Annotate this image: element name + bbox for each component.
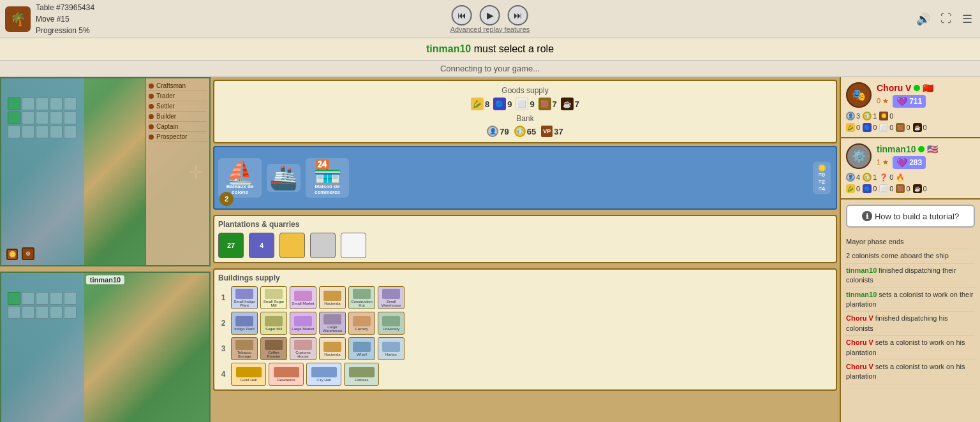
building-label: Small Sugar Mill	[262, 300, 286, 307]
doubloon-val-choru: 1	[873, 112, 877, 120]
log-entry-5: Choru V sets a colonist to work on his p…	[846, 336, 975, 360]
colonist-icon: 👤	[487, 126, 498, 137]
flag-tinman: 🇺🇸	[927, 144, 938, 154]
board-cell	[22, 98, 34, 110]
building-label: Residence	[277, 378, 295, 382]
goods-supply: Goods supply 🌽 8 🔵 9 ⬜ 9 🟫	[219, 86, 831, 110]
res-doubloon-choru: 💎 1	[863, 112, 877, 120]
tutorial-button[interactable]: ℹ How to build a tutorial?	[846, 205, 975, 228]
replay-forward-button[interactable]: ⏭	[508, 5, 528, 25]
main-content: ✛	[0, 77, 980, 422]
role-dot	[149, 104, 154, 109]
indigo-icon: 🔵	[493, 98, 506, 110]
res-tobacco-choru: 🟫 0	[896, 123, 910, 132]
role-label: Trader	[156, 92, 175, 99]
sugar-icon: ⬜	[516, 98, 528, 110]
fullscreen-icon[interactable]: ⛶	[940, 12, 952, 25]
building-label: Guild Hall	[240, 378, 256, 382]
building-label: Large Warehouse	[320, 325, 345, 333]
role-select-text: must select a role	[471, 43, 554, 54]
role-builder: Builder	[149, 112, 207, 122]
sound-icon[interactable]: 🔊	[916, 12, 930, 26]
building-label: Sugar Mill	[265, 327, 283, 331]
role-cards-panel: Craftsman Trader Settler Builder	[145, 78, 209, 265]
colonist-count-2: =4	[819, 186, 825, 192]
plantation-forest: 27	[218, 233, 244, 258]
bank-colonists: 👤 79	[487, 126, 509, 137]
res-coffee-choru: ☕ 0	[913, 123, 927, 132]
res-indigo-choru: 🔵 0	[863, 123, 877, 132]
log-player-5: Choru V	[846, 338, 873, 346]
res-colonist-choru: 👤 3	[846, 112, 860, 120]
topbar-right: 🔊 ⛶ ☰	[916, 12, 972, 26]
res-colonist-tinman: 👤 4	[846, 173, 860, 182]
log-entry-6: Choru V sets a colonist to work on his p…	[846, 360, 975, 384]
sugar-val-tinman: 0	[889, 185, 893, 193]
unknown-val-tinman: 0	[889, 173, 893, 181]
res-sugar-choru: ⬜ 0	[879, 123, 893, 132]
res-barrel-choru: 🪙 0	[879, 112, 893, 120]
flag-choru: 🇨🇳	[923, 83, 933, 93]
ship-3: 🏪 Maison de commerce	[306, 158, 349, 198]
board-grid-choru	[8, 98, 77, 138]
move-info: Move #15	[36, 13, 94, 25]
right-panel: 🎭 Choru V 🇨🇳 0 ★ 💜 711	[840, 77, 980, 422]
indigo-value: 9	[507, 99, 512, 109]
ship-3-label: Maison de commerce	[308, 184, 346, 195]
board-cell	[8, 126, 20, 138]
building-university: University	[378, 312, 405, 335]
board-cell	[22, 306, 34, 319]
goods-bank-area: Goods supply 🌽 8 🔵 9 ⬜ 9 🟫	[213, 80, 837, 143]
board-cell	[64, 126, 77, 138]
title-bar: tinman10 must select a role	[0, 38, 980, 61]
plantation-corn	[279, 233, 305, 258]
coffee-value: 7	[575, 99, 579, 109]
vp-value: 37	[554, 127, 563, 136]
bank-label: Bank	[219, 114, 831, 123]
vp-icon: VP	[541, 126, 553, 137]
plantation-forest-value: 27	[227, 242, 235, 249]
res-doubloon-tinman: 💎 1	[863, 173, 877, 182]
role-craftsman: Craftsman	[149, 81, 207, 91]
menu-icon[interactable]: ☰	[962, 12, 972, 26]
building-residence: Residence	[269, 363, 304, 386]
colonist-value: 79	[500, 127, 509, 136]
progression-info: Progression 5%	[36, 25, 94, 36]
good-sugar: ⬜ 9	[516, 98, 534, 110]
sugar-icon-tinman: ⬜	[879, 184, 888, 193]
board-cell	[50, 306, 63, 319]
game-logo: 🌴	[5, 6, 31, 32]
building-small-sugar: Small Sugar Mill	[260, 286, 287, 309]
status-dot-tinman	[918, 146, 924, 152]
corn-icon-tinman: 🌽	[846, 184, 855, 193]
left-panel: ✛	[0, 77, 211, 422]
board-cell	[50, 292, 63, 305]
log-player-4: Choru V	[846, 314, 873, 322]
building-label: Wharf	[357, 353, 367, 356]
bank-doubloons: 💎 65	[514, 126, 536, 137]
avatar-choru: 🎭	[846, 82, 872, 108]
building-coffee: Coffee Roaster	[260, 337, 287, 360]
replay-back-button[interactable]: ⏮	[452, 5, 472, 25]
building-wharf: Wharf	[348, 337, 375, 360]
building-fortress: Fortress	[344, 363, 379, 386]
replay-play-button[interactable]: ▶	[480, 5, 500, 25]
board-cell	[64, 98, 77, 110]
building-city-hall: City Hall	[306, 363, 341, 386]
building-construction: Construction Hut	[348, 286, 375, 309]
stars-tinman: 1 ★	[877, 158, 889, 166]
replay-link[interactable]: Advanced replay features	[450, 25, 530, 33]
building-label: Coffee Roaster	[262, 351, 286, 358]
building-small-warehouse: Small Warehouse	[378, 286, 405, 309]
player-card-choru: 🎭 Choru V 🇨🇳 0 ★ 💜 711	[841, 77, 980, 138]
plantations-label: Plantations & quarries	[218, 220, 832, 229]
ship-counter: 2	[219, 192, 234, 206]
corn-val-choru: 0	[856, 124, 860, 131]
building-customs: Customs House	[290, 337, 316, 360]
row-num-3: 3	[218, 344, 228, 353]
colonist-count-1: =2	[819, 178, 825, 185]
corn-icon: 🌽	[471, 98, 484, 110]
building-label: Construction Hut	[350, 300, 374, 307]
tobacco-icon-choru: 🟫	[896, 123, 905, 132]
board-cell	[8, 306, 20, 319]
